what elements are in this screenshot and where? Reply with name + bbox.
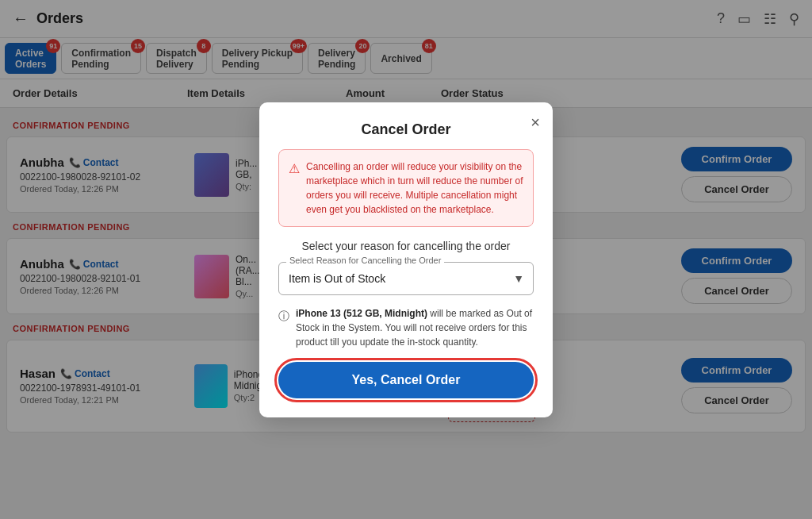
modal-info-box: ⓘ iPhone 13 (512 GB, Midnight) will be m… — [278, 306, 534, 349]
modal-info-text: iPhone 13 (512 GB, Midnight) will be mar… — [296, 306, 534, 349]
modal-close-button[interactable]: × — [530, 113, 540, 132]
modal-subtitle: Select your reason for cancelling the or… — [278, 240, 534, 252]
modal-warning-box: ⚠ Cancelling an order will reduce your v… — [278, 149, 534, 227]
warning-icon: ⚠ — [289, 161, 300, 176]
select-wrapper: Select Reason for Cancelling the Order I… — [278, 262, 534, 295]
cancel-order-modal: × Cancel Order ⚠ Cancelling an order wil… — [259, 102, 553, 417]
select-label: Select Reason for Cancelling the Order — [286, 256, 444, 265]
info-icon: ⓘ — [278, 308, 289, 325]
modal-title: Cancel Order — [278, 121, 534, 138]
modal-warning-text: Cancelling an order will reduce your vis… — [306, 160, 523, 217]
yes-cancel-order-button[interactable]: Yes, Cancel Order — [278, 362, 534, 398]
cancel-reason-select[interactable]: Item is Out of Stock Buyer asked to canc… — [278, 262, 534, 295]
modal-info-bold: iPhone 13 (512 GB, Midnight) — [296, 308, 427, 319]
modal-overlay: × Cancel Order ⚠ Cancelling an order wil… — [0, 0, 812, 519]
